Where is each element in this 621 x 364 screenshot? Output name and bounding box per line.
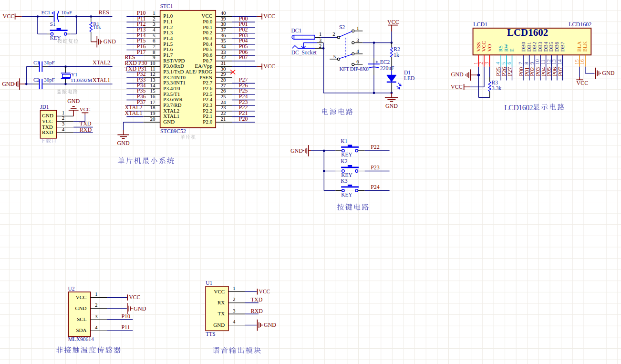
svg-text:4: 4 (62, 126, 65, 132)
svg-text:P24: P24 (371, 184, 380, 190)
svg-text:GND: GND (104, 38, 116, 45)
svg-text:RXD: RXD (80, 126, 92, 133)
svg-text:P2.7: P2.7 (203, 80, 212, 85)
svg-text:10: 10 (150, 60, 156, 66)
svg-text:TTS: TTS (206, 331, 215, 337)
svg-text:GND: GND (385, 103, 398, 109)
svg-text:KEY: KEY (341, 192, 352, 198)
svg-text:1k: 1k (393, 52, 399, 58)
svg-text:VCC: VCC (76, 294, 87, 300)
svg-text:12: 12 (150, 71, 155, 77)
svg-text:P3.0/RxD: P3.0/RxD (163, 63, 184, 69)
svg-text:XTAL1: XTAL1 (125, 110, 143, 116)
svg-text:DB1: DB1 (526, 42, 532, 52)
svg-text:VSS: VSS (476, 42, 481, 52)
svg-text:P3.6/WR: P3.6/WR (163, 96, 183, 102)
svg-text:4: 4 (153, 27, 155, 32)
svg-text:2: 2 (233, 296, 236, 302)
svg-text:RXD: RXD (251, 308, 263, 314)
svg-text:14: 14 (150, 83, 156, 88)
svg-text:5: 5 (333, 53, 336, 59)
svg-text:C1: C1 (33, 60, 40, 65)
svg-text:40: 40 (221, 10, 227, 16)
svg-text:DB6: DB6 (554, 42, 559, 52)
svg-text:XTAL1: XTAL1 (163, 113, 179, 119)
svg-text:10uF: 10uF (62, 10, 72, 15)
svg-text:LCD1602: LCD1602 (569, 21, 591, 28)
svg-text:STC1: STC1 (160, 3, 173, 9)
svg-text:11: 11 (150, 66, 155, 72)
svg-text:4: 4 (95, 324, 98, 330)
svg-text:15: 15 (150, 88, 156, 94)
svg-text:GND: GND (67, 98, 80, 104)
svg-text:K2: K2 (341, 158, 348, 164)
svg-text:1: 1 (95, 291, 98, 297)
svg-text:8: 8 (523, 62, 529, 64)
svg-text:DB4: DB4 (543, 42, 549, 52)
svg-text:RX: RX (217, 300, 225, 305)
svg-text:S2: S2 (339, 24, 345, 30)
svg-text:7: 7 (153, 43, 155, 49)
svg-text:29: 29 (221, 71, 227, 77)
svg-text:SCL: SCL (77, 316, 86, 322)
svg-text:GND: GND (2, 81, 14, 87)
svg-text:26: 26 (221, 88, 227, 94)
svg-text:P0.1: P0.1 (203, 24, 212, 30)
svg-text:P07: P07 (239, 54, 248, 61)
svg-text:P1.6: P1.6 (163, 46, 173, 52)
svg-text:KFT DIP-8X8: KFT DIP-8X8 (340, 66, 369, 72)
svg-text:TX: TX (218, 311, 225, 316)
svg-text:3.3k: 3.3k (492, 85, 501, 91)
svg-text:GND: GND (264, 322, 276, 328)
svg-text:P3.4/T0: P3.4/T0 (163, 85, 180, 91)
svg-text:P0.4: P0.4 (203, 41, 212, 47)
svg-text:VCC: VCC (80, 106, 91, 112)
svg-text:P2.3: P2.3 (203, 102, 212, 108)
svg-text:LCD1602: LCD1602 (504, 104, 533, 112)
svg-text:P2.6: P2.6 (203, 85, 212, 91)
svg-text:28: 28 (221, 77, 227, 83)
svg-text:BLK: BLK (582, 41, 588, 52)
svg-text:VCC: VCC (129, 294, 141, 300)
svg-text:GND: GND (451, 71, 464, 78)
svg-text:P22: P22 (371, 144, 380, 150)
svg-text:24: 24 (221, 99, 227, 105)
svg-text:P0.7: P0.7 (203, 58, 212, 63)
svg-text:P2.2: P2.2 (203, 108, 212, 114)
svg-text:R3: R3 (492, 80, 498, 85)
svg-text:VCC: VCC (259, 289, 270, 294)
svg-text:JD1: JD1 (40, 104, 49, 110)
svg-text:11.0592M: 11.0592M (71, 77, 92, 83)
svg-text:19: 19 (150, 110, 156, 116)
svg-text:P3.3/INT1: P3.3/INT1 (163, 80, 186, 85)
svg-text:XTAL2: XTAL2 (163, 108, 179, 114)
svg-text:1: 1 (473, 62, 478, 65)
svg-text:P0.3: P0.3 (203, 35, 212, 41)
svg-text:6: 6 (356, 59, 359, 64)
svg-text:K1: K1 (341, 138, 348, 144)
svg-text:P1.1: P1.1 (163, 19, 173, 24)
svg-text:1: 1 (356, 25, 359, 31)
svg-text:Y1: Y1 (71, 72, 77, 77)
svg-text:VCC: VCC (3, 13, 15, 20)
svg-text:14: 14 (557, 59, 562, 65)
svg-text:P20: P20 (239, 115, 248, 122)
svg-text:DB3: DB3 (537, 42, 543, 52)
svg-text:EC2: EC2 (380, 59, 390, 65)
svg-text:GND: GND (117, 140, 130, 146)
svg-text:15: 15 (574, 59, 580, 65)
svg-text:P3.7/RD: P3.7/RD (163, 102, 181, 108)
svg-text:K3: K3 (341, 178, 348, 184)
svg-text:VCC: VCC (202, 13, 213, 19)
svg-text:DC_Socket: DC_Socket (291, 50, 317, 55)
svg-text:5: 5 (153, 32, 155, 38)
svg-text:1: 1 (153, 10, 155, 16)
svg-text:S1: S1 (50, 21, 56, 27)
svg-text:VO: VO (486, 44, 492, 52)
svg-text:2: 2 (62, 115, 65, 121)
svg-text:GND: GND (42, 113, 53, 118)
svg-text:DB2: DB2 (531, 42, 537, 52)
svg-text:13: 13 (150, 77, 156, 83)
svg-text:25: 25 (221, 94, 227, 99)
svg-text:VCC: VCC (451, 83, 463, 90)
